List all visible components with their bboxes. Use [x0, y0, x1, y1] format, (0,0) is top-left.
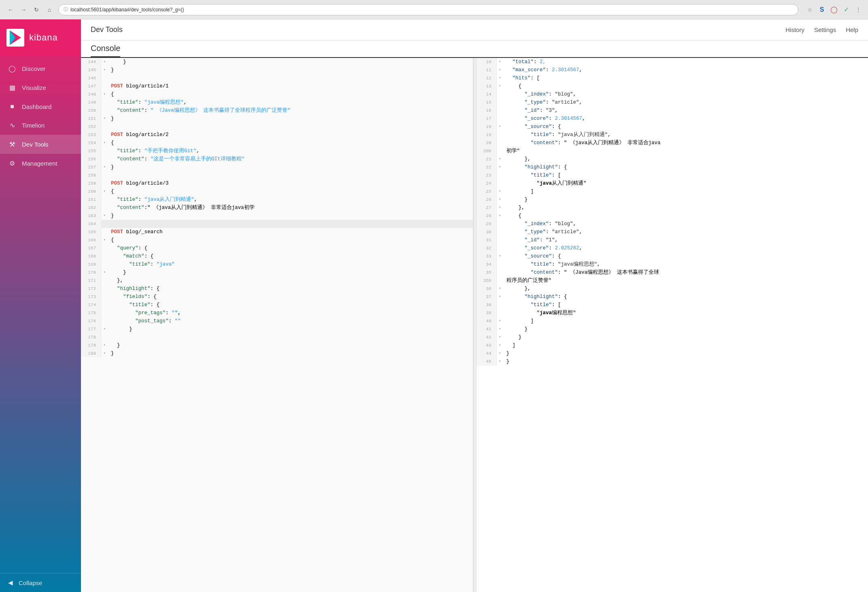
line-gutter[interactable]: ▾ — [497, 341, 503, 349]
line-gutter[interactable]: ▾ — [101, 349, 108, 358]
line-number: 22 — [477, 163, 497, 171]
settings-link[interactable]: Settings — [814, 26, 836, 33]
sidebar-item-management[interactable]: ⚙ Management — [0, 154, 81, 173]
line-13: 13▾ { — [477, 82, 868, 90]
line-gutter[interactable]: ▾ — [497, 58, 503, 66]
sidebar-item-dashboard[interactable]: ■ Dashboard — [0, 97, 81, 116]
line-gutter[interactable]: ▾ — [497, 252, 503, 260]
line-gutter[interactable]: ▾ — [101, 325, 108, 333]
line-content: ] — [503, 341, 868, 349]
devtools-icon: ⚒ — [8, 141, 16, 148]
line-number: 32 — [477, 244, 497, 252]
forward-button[interactable]: → — [18, 4, 29, 15]
line-number: 44 — [477, 349, 497, 358]
line-content: "highlight": { — [503, 293, 868, 301]
line-gutter[interactable]: ▾ — [497, 333, 503, 341]
result-pane[interactable]: 10▾ "total": 2,11▾ "max_score": 2.301456… — [477, 58, 868, 592]
line-11: 11▾ "max_score": 2.3014567, — [477, 66, 868, 74]
line-number: 177 — [81, 325, 101, 333]
line-number: 152 — [81, 123, 101, 131]
line-gutter[interactable]: ▾ — [497, 358, 503, 366]
line-gutter[interactable]: ▾ — [101, 268, 108, 277]
line-gutter[interactable]: ▾ — [497, 204, 503, 212]
line-151: 151▾} — [81, 115, 473, 123]
home-button[interactable]: ⌂ — [44, 4, 55, 15]
line-gutter[interactable]: ▾ — [497, 123, 503, 131]
back-button[interactable]: ← — [5, 4, 16, 15]
line-gutter[interactable]: ▾ — [497, 74, 503, 82]
line-42: 42▾ } — [477, 333, 868, 341]
sidebar-item-discover[interactable]: ◯ Discover — [0, 59, 81, 78]
line-content: "content": " 《Java编程思想》 这本书赢得了全球程序员的广泛赞誉… — [108, 106, 473, 115]
line-content: "java编程思想" — [503, 309, 868, 317]
line-gutter[interactable]: ▾ — [497, 163, 503, 171]
line-gutter[interactable]: ▾ — [101, 139, 108, 147]
line-gutter[interactable]: ▾ — [497, 293, 503, 301]
line-gutter[interactable]: ▾ — [101, 115, 108, 123]
line-number: 159 — [81, 179, 101, 187]
menu-icon[interactable]: ⋮ — [853, 5, 863, 15]
pane-divider[interactable]: ⋮ — [473, 58, 477, 592]
sidebar-collapse-button[interactable]: ◀ Collapse — [0, 573, 81, 592]
line-153: 153POST blog/article/2 — [81, 131, 473, 139]
reload-button[interactable]: ↻ — [31, 4, 42, 15]
line-20b: 20b初学" — [477, 147, 868, 155]
line-number: 153 — [81, 131, 101, 139]
line-29: 29 "_index": "blog", — [477, 220, 868, 228]
app: kibana ◯ Discover ▩ Visualize ■ Dashboar… — [0, 19, 868, 592]
line-14: 14 "_index": "blog", — [477, 90, 868, 98]
line-20: 20 "content": " 《java从入门到精通》 非常适合java — [477, 139, 868, 147]
line-gutter[interactable]: ▾ — [101, 187, 108, 196]
help-link[interactable]: Help — [846, 26, 858, 33]
line-number: 25 — [477, 187, 497, 196]
line-content: }, — [503, 204, 868, 212]
extension-icon-3[interactable]: ✓ — [841, 5, 851, 15]
line-gutter[interactable]: ▾ — [101, 212, 108, 220]
line-27: 27▾ }, — [477, 204, 868, 212]
topbar-title: Dev Tools — [91, 26, 123, 34]
line-gutter[interactable]: ▾ — [101, 90, 108, 98]
line-gutter[interactable]: ▾ — [497, 66, 503, 74]
line-gutter[interactable]: ▾ — [497, 155, 503, 163]
line-gutter[interactable]: ▾ — [101, 341, 108, 349]
lock-icon: ⓘ — [64, 6, 68, 13]
line-gutter[interactable]: ▾ — [497, 212, 503, 220]
line-168: 168 "match": { — [81, 252, 473, 260]
line-22: 22▾ "highlight": { — [477, 163, 868, 171]
line-number: 37 — [477, 293, 497, 301]
sidebar-nav: ◯ Discover ▩ Visualize ■ Dashboard ∿ Tim… — [0, 56, 81, 573]
line-content: "max_score": 2.3014567, — [503, 66, 868, 74]
line-gutter[interactable]: ▾ — [101, 66, 108, 74]
line-number: 164 — [81, 220, 101, 228]
line-gutter[interactable]: ▾ — [497, 187, 503, 196]
line-content: "_score": 2.025282, — [503, 244, 868, 252]
extension-icon-1[interactable]: S — [817, 5, 827, 15]
line-gutter[interactable]: ▾ — [497, 325, 503, 333]
line-16: 16 "_id": "3", — [477, 106, 868, 115]
sidebar-item-timelion[interactable]: ∿ Timelion — [0, 116, 81, 135]
line-24: 24 "java从入门到精通" — [477, 179, 868, 187]
browser-chrome: ← → ↻ ⌂ ⓘ localhost:5601/app/kibana#/dev… — [0, 0, 868, 19]
line-gutter[interactable]: ▾ — [101, 163, 108, 171]
management-icon: ⚙ — [8, 160, 16, 167]
line-166: 166▾{ — [81, 236, 473, 244]
line-gutter[interactable]: ▾ — [497, 317, 503, 325]
line-gutter[interactable]: ▾ — [497, 285, 503, 293]
line-152: 152 — [81, 123, 473, 131]
line-gutter[interactable]: ▾ — [101, 236, 108, 244]
address-bar[interactable]: ⓘ localhost:5601/app/kibana#/dev_tools/c… — [58, 4, 798, 15]
history-link[interactable]: History — [785, 26, 804, 33]
extension-icon-2[interactable]: ◯ — [829, 5, 839, 15]
editor-pane[interactable]: 144▾ }145▾}146147POST blog/article/1148▾… — [81, 58, 473, 592]
bookmark-icon[interactable]: ☆ — [805, 5, 815, 15]
line-number: 36 — [477, 285, 497, 293]
line-gutter[interactable]: ▾ — [497, 349, 503, 358]
sidebar-item-visualize[interactable]: ▩ Visualize — [0, 78, 81, 97]
sidebar-item-devtools[interactable]: ⚒ Dev Tools — [0, 135, 81, 154]
line-gutter[interactable]: ▾ — [497, 82, 503, 90]
line-gutter[interactable]: ▾ — [497, 196, 503, 204]
line-gutter[interactable]: ▾ — [101, 58, 108, 66]
line-33: 33▾ "_source": { — [477, 252, 868, 260]
discover-icon: ◯ — [8, 65, 16, 72]
line-content: } — [108, 268, 473, 277]
